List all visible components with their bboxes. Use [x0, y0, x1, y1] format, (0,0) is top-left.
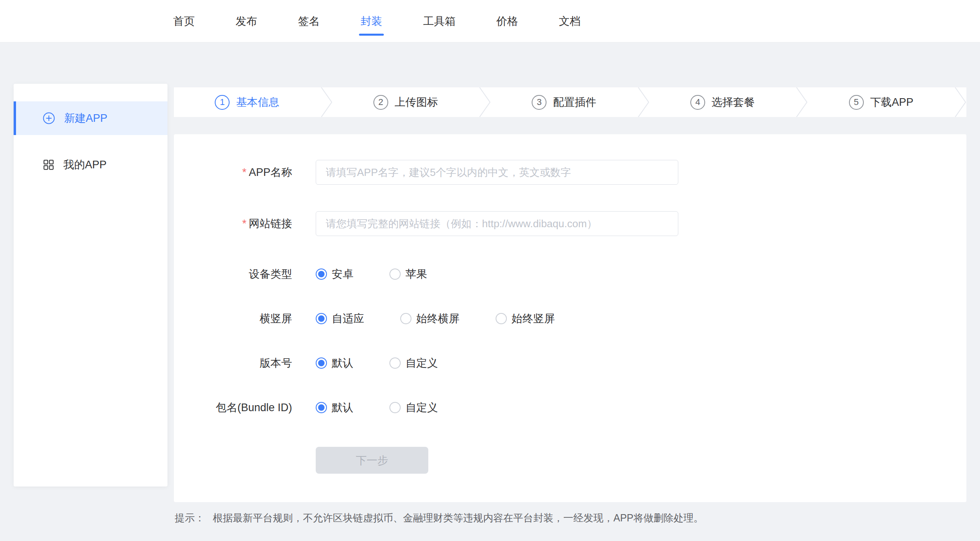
radio-version-custom[interactable]: 自定义	[389, 356, 438, 370]
radio-button-icon	[496, 313, 507, 324]
field-label: 设备类型	[174, 267, 292, 281]
tip-text: 根据最新平台规则，不允许区块链虚拟币、金融理财类等违规内容在平台封装，一经发现，…	[213, 511, 704, 525]
form-row-site-url: *网站链接	[174, 211, 966, 236]
nav-item-docs[interactable]: 文档	[559, 12, 581, 31]
step-configure-plugins: 3 配置插件	[491, 95, 637, 110]
form-row-orientation: 横竖屏 自适应 始终横屏 始终竖屏	[174, 311, 966, 326]
sidebar-item-label: 我的APP	[63, 157, 107, 172]
step-separator-chevron-icon	[321, 87, 333, 117]
nav-item-pricing[interactable]: 价格	[496, 12, 518, 31]
radio-label: 安卓	[332, 267, 353, 281]
basic-info-form: *APP名称 *网站链接 设备类型 安卓 苹果	[174, 134, 966, 502]
radio-label: 始终竖屏	[512, 311, 555, 326]
nav-item-home[interactable]: 首页	[173, 12, 195, 31]
grid-icon	[42, 159, 54, 171]
orientation-radio-group: 自适应 始终横屏 始终竖屏	[316, 311, 555, 326]
radio-ios[interactable]: 苹果	[389, 267, 427, 281]
sidebar-item-label: 新建APP	[64, 111, 107, 125]
plus-circle-icon	[42, 112, 55, 125]
step-label: 下载APP	[870, 95, 913, 109]
step-separator-chevron-icon	[637, 87, 649, 117]
field-label: 版本号	[174, 356, 292, 370]
sidebar-item-my-apps[interactable]: 我的APP	[14, 148, 167, 182]
required-asterisk: *	[242, 218, 246, 230]
radio-button-icon	[316, 268, 327, 280]
field-label: *APP名称	[174, 165, 292, 180]
radio-button-icon	[316, 313, 327, 324]
required-asterisk: *	[242, 166, 246, 178]
radio-android[interactable]: 安卓	[316, 267, 353, 281]
version-radio-group: 默认 自定义	[316, 356, 438, 370]
form-row-app-name: *APP名称	[174, 160, 966, 185]
radio-bundle-custom[interactable]: 自定义	[389, 400, 438, 415]
radio-button-icon	[389, 402, 401, 413]
site-url-input[interactable]	[316, 211, 678, 236]
nav-item-toolbox[interactable]: 工具箱	[423, 12, 456, 31]
step-number: 4	[690, 95, 705, 110]
step-download-app: 5 下载APP	[808, 95, 954, 110]
step-select-plan: 4 选择套餐	[649, 95, 796, 110]
step-upload-icon: 2 上传图标	[333, 95, 479, 110]
step-separator-chevron-icon	[479, 87, 491, 117]
radio-version-default[interactable]: 默认	[316, 356, 353, 370]
radio-label: 自定义	[405, 400, 438, 415]
form-row-bundle-id: 包名(Bundle ID) 默认 自定义	[174, 400, 966, 415]
radio-always-landscape[interactable]: 始终横屏	[400, 311, 460, 326]
sidebar: 新建APP 我的APP	[14, 84, 167, 486]
step-basic-info: 1 基本信息	[174, 95, 321, 110]
radio-label: 默认	[332, 356, 353, 370]
step-number: 3	[532, 95, 546, 110]
radio-always-portrait[interactable]: 始终竖屏	[496, 311, 555, 326]
nav-item-publish[interactable]: 发布	[236, 12, 257, 31]
step-label: 配置插件	[553, 95, 596, 109]
radio-button-icon	[400, 313, 411, 324]
platform-rule-tip: 提示： 根据最新平台规则，不允许区块链虚拟币、金融理财类等违规内容在平台封装，一…	[175, 511, 704, 525]
next-step-button[interactable]: 下一步	[316, 447, 428, 474]
app-name-input[interactable]	[316, 160, 678, 185]
step-label: 上传图标	[395, 95, 438, 109]
step-number: 1	[215, 95, 230, 110]
field-label: 横竖屏	[174, 311, 292, 326]
step-separator-chevron-icon	[954, 87, 966, 117]
radio-label: 默认	[332, 400, 353, 415]
form-row-version: 版本号 默认 自定义	[174, 356, 966, 370]
radio-button-icon	[389, 357, 401, 369]
radio-auto-orientation[interactable]: 自适应	[316, 311, 364, 326]
top-navigation: 首页 发布 签名 封装 工具箱 价格 文档	[0, 0, 980, 42]
field-label: *网站链接	[174, 216, 292, 231]
radio-button-icon	[316, 357, 327, 369]
step-label: 基本信息	[236, 95, 279, 109]
bundle-id-radio-group: 默认 自定义	[316, 400, 438, 415]
step-separator-chevron-icon	[796, 87, 808, 117]
steps-bar: 1 基本信息 2 上传图标 3 配置插件 4 选择套餐 5 下载APP	[174, 87, 966, 117]
form-row-submit: 下一步	[174, 447, 966, 474]
form-row-device-type: 设备类型 安卓 苹果	[174, 267, 966, 281]
radio-label: 自定义	[405, 356, 438, 370]
field-label: 包名(Bundle ID)	[174, 400, 292, 415]
step-number: 2	[373, 95, 388, 110]
radio-label: 始终横屏	[416, 311, 460, 326]
radio-button-icon	[316, 402, 327, 413]
tip-prefix: 提示：	[175, 511, 205, 525]
app-packaging-page: 首页 发布 签名 封装 工具箱 价格 文档 封装 / 新建APP 新建APP	[0, 0, 980, 541]
sidebar-item-new-app[interactable]: 新建APP	[14, 101, 167, 135]
step-label: 选择套餐	[712, 95, 755, 109]
nav-item-package[interactable]: 封装	[361, 12, 382, 31]
nav-item-sign[interactable]: 签名	[298, 12, 320, 31]
radio-label: 苹果	[405, 267, 427, 281]
device-type-radio-group: 安卓 苹果	[316, 267, 427, 281]
step-number: 5	[849, 95, 864, 110]
radio-label: 自适应	[332, 311, 364, 326]
radio-button-icon	[389, 268, 401, 280]
radio-bundle-default[interactable]: 默认	[316, 400, 353, 415]
